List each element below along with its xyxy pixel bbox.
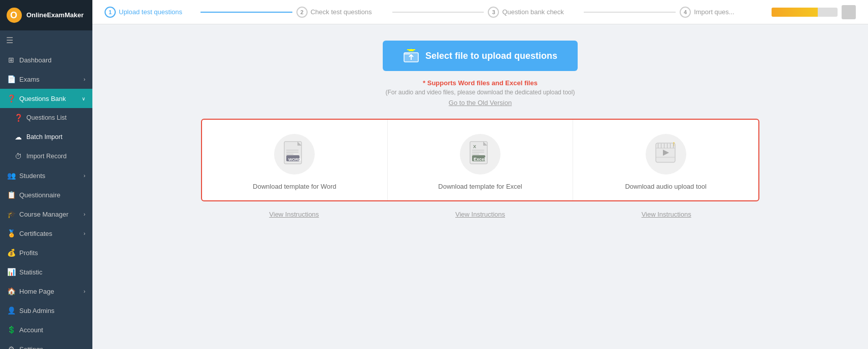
word-icon-circle: WORD: [274, 134, 315, 174]
supports-text: * Supports Word files and Excel files: [423, 79, 538, 87]
sidebar-item-label: Certificates: [19, 230, 52, 237]
sidebar-item-students[interactable]: 👥 Students ›: [0, 166, 92, 185]
old-version-link[interactable]: Go to the Old Version: [449, 99, 512, 107]
sub-admins-icon: 👤: [7, 306, 15, 315]
svg-text:X: X: [473, 144, 476, 149]
sidebar-item-home-page[interactable]: 🏠 Home Page ›: [0, 282, 92, 301]
step-2-circle: 2: [296, 7, 308, 18]
import-record-icon: ⏱: [14, 152, 22, 160]
chevron-right-icon: ›: [84, 231, 85, 236]
sidebar-item-course-manager[interactable]: 🎓 Course Manager ›: [0, 204, 92, 224]
sidebar: O OnlineExamMaker ☰ ⊞ Dashboard 📄 Exams …: [0, 0, 92, 349]
step-1-circle: 1: [105, 7, 116, 18]
sidebar-item-label: Questions List: [26, 114, 66, 121]
svg-text:WORD: WORD: [288, 157, 302, 162]
sidebar-item-batch-import[interactable]: ☁ Batch Import: [0, 127, 92, 147]
svg-text:Excel: Excel: [474, 157, 486, 162]
sub-text: (For audio and video files, please downl…: [386, 89, 575, 96]
view-instructions-word[interactable]: View Instructions: [201, 207, 387, 221]
sidebar-item-statistic[interactable]: 📊 Statistic: [0, 262, 92, 282]
svg-text:↑: ↑: [672, 141, 676, 148]
view-instructions-row: View Instructions View Instructions View…: [201, 207, 759, 221]
svg-text:O: O: [10, 10, 17, 20]
sidebar-item-label: Questions Bank: [19, 95, 66, 102]
sidebar-item-settings[interactable]: ⚙ Settings: [0, 339, 92, 349]
chevron-right-icon: ›: [84, 212, 85, 217]
step-1: 1 Upload test questions: [105, 7, 196, 18]
view-instructions-audio[interactable]: View Instructions: [573, 207, 759, 221]
svg-rect-25: [658, 144, 658, 148]
profits-icon: 💰: [7, 249, 15, 257]
step-4-circle: 4: [680, 7, 691, 18]
step-3-circle: 3: [488, 7, 499, 18]
sidebar-item-dashboard[interactable]: ⊞ Dashboard: [0, 50, 92, 69]
select-file-button[interactable]: Select file to upload questions: [383, 41, 578, 71]
sidebar-item-label: Statistic: [19, 268, 43, 276]
chevron-down-icon: ∨: [82, 96, 85, 101]
step-4: 4 Import ques...: [680, 7, 772, 18]
sidebar-item-questions-list[interactable]: ❓ Questions List: [0, 108, 92, 127]
svg-rect-29: [670, 144, 671, 148]
step-4-label: Import ques...: [694, 8, 734, 16]
sidebar-item-sub-admins[interactable]: 👤 Sub Admins: [0, 301, 92, 320]
course-manager-icon: 🎓: [7, 210, 15, 218]
sidebar-item-label: Batch Import: [26, 133, 62, 141]
sidebar-item-certificates[interactable]: 🏅 Certificates ›: [0, 224, 92, 243]
main-area: 1 Upload test questions 2 Check test que…: [92, 0, 868, 349]
exams-icon: 📄: [7, 75, 15, 83]
sidebar-item-label: Profits: [19, 249, 38, 257]
home-page-icon: 🏠: [7, 287, 15, 295]
sidebar-item-label: Students: [19, 172, 45, 180]
sidebar-item-exams[interactable]: 📄 Exams ›: [0, 69, 92, 89]
step-2-label: Check test questions: [311, 8, 372, 16]
download-audio-card[interactable]: ↑ Download audio upload tool: [573, 120, 758, 200]
dashboard-icon: ⊞: [7, 56, 15, 64]
download-word-card[interactable]: WORD Download template for Word: [202, 120, 388, 200]
sidebar-item-questionnaire[interactable]: 📋 Questionnaire: [0, 185, 92, 204]
chevron-right-icon: ›: [84, 77, 85, 82]
download-audio-label: Download audio upload tool: [625, 183, 706, 190]
audio-icon-circle: ↑: [646, 134, 686, 174]
sidebar-item-label: Questionnaire: [19, 191, 60, 199]
word-file-icon: WORD: [283, 141, 306, 167]
logo-icon: O: [6, 7, 22, 23]
download-excel-card[interactable]: Excel X Download template for Excel: [388, 120, 574, 200]
video-file-icon: ↑: [655, 141, 677, 167]
sidebar-item-questions-bank[interactable]: ❓ Questions Bank ∨: [0, 89, 92, 108]
excel-file-icon: Excel X: [469, 141, 491, 167]
svg-rect-26: [661, 144, 661, 148]
view-instructions-excel[interactable]: View Instructions: [387, 207, 574, 221]
chevron-right-icon: ›: [84, 173, 85, 179]
sidebar-item-label: Sub Admins: [19, 307, 54, 315]
select-file-label: Select file to upload questions: [425, 51, 557, 61]
questions-bank-icon: ❓: [7, 94, 15, 102]
step-3-label: Question bank check: [502, 8, 563, 16]
chevron-right-icon: ›: [84, 289, 85, 294]
sidebar-item-label: Import Record: [26, 153, 66, 160]
step-2: 2 Check test questions: [296, 7, 388, 18]
sidebar-logo: O OnlineExamMaker: [0, 0, 92, 30]
settings-icon: ⚙: [7, 345, 15, 349]
excel-icon-circle: Excel X: [460, 134, 500, 174]
hamburger-icon: ☰: [6, 36, 13, 45]
upload-icon: [403, 49, 419, 63]
account-icon: 💲: [7, 326, 15, 334]
sidebar-item-label: Account: [19, 326, 43, 334]
batch-import-icon: ☁: [14, 133, 22, 141]
step-line-2: [392, 12, 484, 13]
questionnaire-icon: 📋: [7, 191, 15, 199]
avatar: [842, 5, 856, 19]
sidebar-item-account[interactable]: 💲 Account: [0, 320, 92, 339]
sidebar-item-label: Course Manager: [19, 211, 69, 218]
sidebar-item-label: Dashboard: [19, 56, 52, 64]
svg-rect-3: [404, 53, 410, 55]
sidebar-item-label: Settings: [19, 345, 43, 350]
hamburger-button[interactable]: ☰: [0, 30, 92, 50]
sidebar-item-profits[interactable]: 💰 Profits: [0, 243, 92, 262]
step-line-3: [584, 12, 676, 13]
sidebar-item-label: Exams: [19, 76, 40, 83]
step-3: 3 Question bank check: [488, 7, 580, 18]
logo-text: OnlineExamMaker: [26, 11, 84, 19]
sidebar-item-import-record[interactable]: ⏱ Import Record: [0, 147, 92, 166]
progress-fill: [772, 8, 818, 17]
